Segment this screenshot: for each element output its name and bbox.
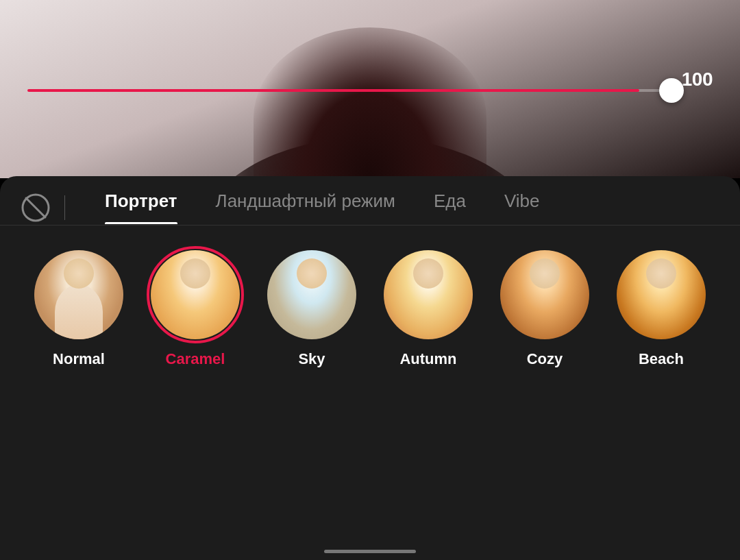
- slider-value: 100: [682, 69, 713, 90]
- slider-container: 100: [27, 89, 713, 92]
- filter-normal[interactable]: Normal: [21, 250, 137, 368]
- slider-fill: [27, 89, 639, 92]
- tab-landscape[interactable]: Ландшафтный режим: [197, 191, 415, 224]
- tab-bar: Портрет Ландшафтный режим Еда Vibe: [0, 176, 740, 226]
- tab-food[interactable]: Еда: [415, 191, 485, 224]
- filter-label-beach: Beach: [639, 350, 684, 368]
- tab-vibe[interactable]: Vibe: [485, 191, 559, 224]
- filter-label-sky: Sky: [298, 350, 325, 368]
- portrait-shadow: [199, 137, 541, 178]
- filter-cozy[interactable]: Cozy: [486, 250, 603, 368]
- filter-label-caramel: Caramel: [166, 350, 225, 368]
- svg-line-1: [26, 198, 45, 217]
- no-filter-icon[interactable]: [21, 193, 51, 223]
- filter-thumb-cozy: [500, 250, 589, 339]
- home-indicator: [324, 550, 416, 553]
- filter-beach[interactable]: Beach: [603, 250, 719, 368]
- filter-thumb-normal: [34, 250, 123, 339]
- filter-label-autumn: Autumn: [399, 350, 456, 368]
- filter-caramel[interactable]: Caramel: [137, 250, 254, 368]
- filter-thumb-beach: [617, 250, 706, 339]
- filter-label-normal: Normal: [53, 350, 105, 368]
- filter-sky[interactable]: Sky: [254, 250, 370, 368]
- filter-autumn[interactable]: Autumn: [370, 250, 486, 368]
- tab-portrait[interactable]: Портрет: [86, 191, 197, 224]
- tab-divider: [64, 195, 65, 220]
- bottom-panel: Портрет Ландшафтный режим Еда Vibe Norma…: [0, 176, 740, 560]
- slider-track[interactable]: [27, 89, 671, 92]
- filter-thumb-caramel: [151, 250, 240, 339]
- filter-label-cozy: Cozy: [527, 350, 563, 368]
- filters-row: Normal Caramel Sky Autumn Cozy Beach: [0, 226, 740, 368]
- filter-thumb-sky: [267, 250, 356, 339]
- filter-thumb-autumn: [384, 250, 473, 339]
- slider-thumb[interactable]: [659, 78, 684, 103]
